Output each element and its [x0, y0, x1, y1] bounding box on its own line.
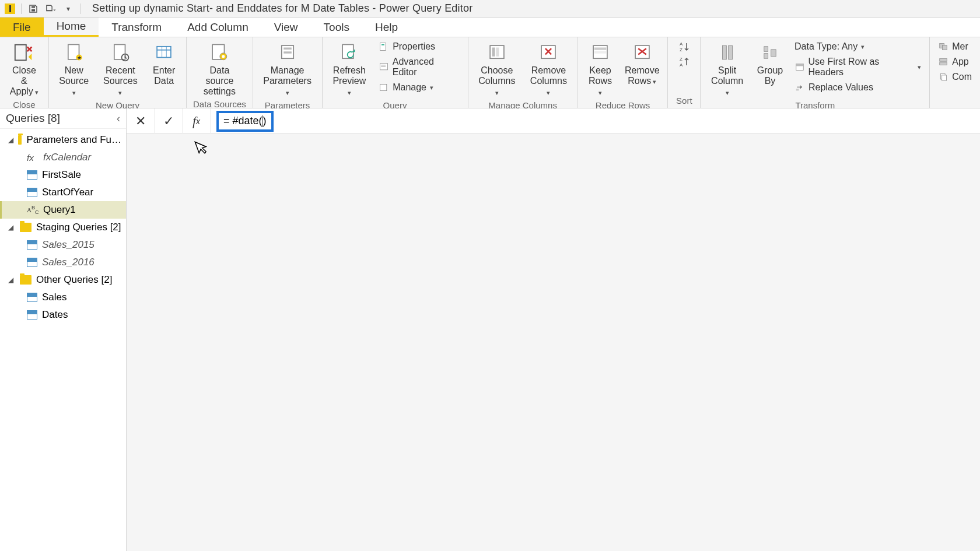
split-column-button[interactable]: Split Column [705, 40, 749, 99]
tab-file[interactable]: File [0, 17, 44, 37]
confirm-formula-button[interactable]: ✓ [155, 108, 183, 134]
data-source-settings-button[interactable]: Data source settings [191, 40, 247, 98]
svg-rect-29 [594, 51, 606, 53]
svg-rect-42 [796, 89, 799, 90]
enter-data-button[interactable]: Enter Data [146, 40, 181, 87]
replace-values-button[interactable]: Replace Values [791, 80, 925, 94]
svg-rect-22 [380, 84, 387, 90]
title-bar: ▾ Setting up dynamic Start- and Enddates… [0, 0, 980, 17]
append-queries-button[interactable]: App [935, 55, 975, 69]
queries-pane: Queries [8] ‹ ◢Parameters and Fu…fxfxCal… [0, 108, 127, 551]
tree-item[interactable]: Sales_2015 [0, 236, 126, 254]
refresh-preview-button[interactable]: Refresh Preview [327, 40, 372, 99]
svg-rect-46 [940, 62, 947, 65]
svg-point-12 [222, 55, 225, 58]
first-row-headers-button[interactable]: Use First Row as Headers ▾ [791, 55, 925, 79]
sort-desc-button[interactable]: ZA [677, 55, 691, 69]
tree-item[interactable]: fxfxCalendar [0, 149, 126, 166]
tree-item[interactable]: Sales [0, 289, 126, 306]
svg-text:Z: Z [680, 47, 682, 52]
merge-queries-button[interactable]: Mer [935, 40, 975, 54]
queries-title: Queries [8] [6, 112, 60, 125]
queries-tree: ◢Parameters and Fu…fxfxCalendarFirstSale… [0, 129, 126, 326]
remove-rows-button[interactable]: Remove Rows [621, 40, 663, 88]
svg-rect-36 [728, 45, 732, 59]
tree-group[interactable]: ◢Other Queries [2] [0, 271, 126, 289]
svg-rect-38 [764, 54, 768, 59]
group-by-button[interactable]: Group By [752, 40, 788, 87]
tab-transform[interactable]: Transform [99, 17, 174, 37]
app-icon [5, 3, 15, 14]
tree-item[interactable]: FirstSale [0, 166, 126, 184]
tree-item[interactable]: Sales_2016 [0, 254, 126, 271]
svg-rect-39 [771, 50, 776, 57]
tree-group[interactable]: ◢Parameters and Fu… [0, 131, 126, 149]
svg-text:A: A [680, 41, 683, 47]
formula-bar: ✕ ✓ fx = #date() [127, 108, 980, 134]
properties-button[interactable]: Properties [375, 40, 463, 54]
svg-rect-37 [764, 47, 768, 52]
svg-rect-48 [942, 75, 947, 80]
keep-rows-button[interactable]: Keep Rows [583, 40, 618, 99]
svg-rect-45 [940, 59, 947, 62]
tree-item[interactable]: Dates [0, 306, 126, 324]
svg-rect-25 [496, 48, 499, 57]
svg-text:A: A [680, 62, 683, 68]
tab-help[interactable]: Help [362, 17, 411, 37]
combine-files-button[interactable]: Com [935, 70, 975, 84]
svg-text:Z: Z [680, 57, 682, 62]
choose-columns-button[interactable]: Choose Columns [473, 40, 522, 99]
collapse-pane-icon[interactable]: ‹ [117, 113, 120, 125]
tree-item[interactable]: ABCQuery1 [0, 201, 126, 219]
tab-view[interactable]: View [261, 17, 311, 37]
tree-item[interactable]: StartOfYear [0, 184, 126, 201]
svg-rect-17 [380, 43, 386, 51]
svg-text:★: ★ [76, 55, 81, 61]
manage-button[interactable]: Manage ▾ [375, 80, 463, 94]
svg-rect-4 [114, 44, 125, 59]
advanced-editor-button[interactable]: Advanced Editor [375, 55, 463, 79]
close-apply-button[interactable]: Close & Apply [5, 40, 44, 99]
save-dropdown-icon[interactable] [45, 3, 57, 14]
manage-parameters-button[interactable]: Manage Parameters [258, 40, 317, 99]
recent-sources-button[interactable]: Recent Sources [98, 40, 144, 99]
svg-rect-6 [157, 47, 171, 58]
tab-home[interactable]: Home [44, 17, 99, 37]
fx-button[interactable]: fx [183, 108, 211, 134]
tab-add-column[interactable]: Add Column [174, 17, 261, 37]
remove-columns-button[interactable]: Remove Columns [524, 40, 573, 99]
editor-area: ✕ ✓ fx = #date() [127, 108, 980, 551]
main-area: Queries [8] ‹ ◢Parameters and Fu…fxfxCal… [0, 108, 980, 551]
svg-rect-44 [943, 45, 947, 50]
group-label-sort: Sort [676, 94, 692, 107]
window-title: Setting up dynamic Start- and Enddates f… [85, 2, 473, 15]
svg-rect-41 [796, 64, 803, 66]
preview-area [127, 134, 980, 551]
tree-group[interactable]: ◢Staging Queries [2] [0, 219, 126, 236]
svg-rect-15 [284, 51, 292, 53]
sort-asc-button[interactable]: AZ [677, 40, 691, 54]
save-icon[interactable] [27, 3, 39, 14]
cursor-icon [193, 137, 211, 157]
data-type-button[interactable]: Data Type: Any ▾ [791, 40, 925, 54]
formula-input[interactable]: = #date() [211, 108, 980, 134]
svg-rect-0 [15, 45, 26, 61]
svg-rect-35 [722, 45, 726, 59]
cancel-formula-button[interactable]: ✕ [127, 108, 155, 134]
svg-rect-28 [594, 48, 606, 50]
new-source-button[interactable]: ★ New Source [54, 40, 94, 99]
qat-dropdown-icon[interactable]: ▾ [62, 3, 74, 14]
svg-rect-14 [284, 48, 292, 50]
svg-rect-18 [382, 44, 384, 45]
svg-rect-24 [492, 48, 495, 57]
tab-tools[interactable]: Tools [311, 17, 362, 37]
ribbon: Close & Apply Close ★ New Source Recent … [0, 37, 980, 108]
menu-bar: File Home Transform Add Column View Tool… [0, 17, 980, 37]
